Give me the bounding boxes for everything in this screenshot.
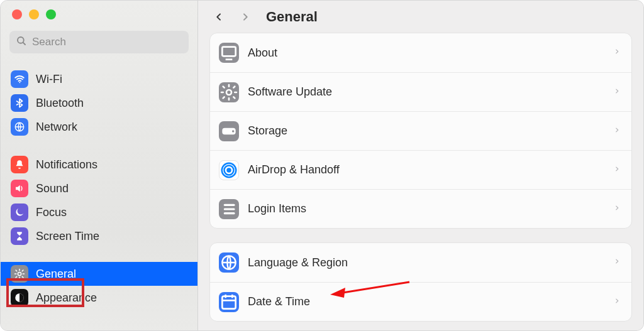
row-label: Storage (248, 124, 605, 138)
sidebar-item-label: Notifications (36, 158, 97, 171)
sidebar-item-general[interactable]: General (1, 262, 197, 286)
sidebar-group-system: General Appearance (1, 258, 197, 310)
row-software-update[interactable]: Software Update (210, 72, 631, 111)
settings-card-1: About Software Update Storage (209, 33, 632, 229)
svg-rect-18 (222, 296, 235, 308)
bluetooth-icon (11, 94, 28, 112)
sidebar-item-network[interactable]: Network (1, 115, 197, 139)
sidebar-item-label: Sound (36, 182, 69, 195)
globe-icon (219, 252, 239, 273)
chevron-right-icon (614, 86, 620, 99)
sidebar: Wi-Fi Bluetooth Network (1, 1, 198, 330)
search-field[interactable] (9, 31, 189, 53)
bell-icon (11, 156, 28, 173)
sidebar-item-label: General (36, 268, 76, 281)
speaker-icon (11, 180, 28, 197)
settings-card-2: Language & Region Date & Time (209, 242, 632, 322)
sidebar-group-network: Wi-Fi Bluetooth Network (1, 63, 197, 149)
hourglass-icon (11, 227, 28, 245)
forward-button[interactable] (236, 4, 255, 30)
chevron-right-icon (614, 296, 620, 308)
search-icon (16, 35, 27, 49)
calendar-icon (219, 292, 239, 312)
row-about[interactable]: About (210, 33, 631, 72)
settings-window: Wi-Fi Bluetooth Network (0, 0, 644, 331)
disk-icon (219, 121, 239, 141)
svg-point-11 (226, 168, 231, 173)
page-title: General (266, 9, 318, 25)
row-label: Software Update (248, 85, 605, 99)
svg-point-4 (18, 272, 21, 275)
airdrop-icon (219, 160, 239, 180)
search-wrap (1, 19, 197, 60)
svg-point-2 (19, 82, 20, 83)
back-button[interactable] (209, 4, 228, 30)
row-label: Login Items (248, 202, 605, 215)
main-panel: General About Software Update (198, 1, 643, 330)
sidebar-item-appearance[interactable]: Appearance (1, 286, 197, 310)
chevron-right-icon (614, 164, 620, 176)
svg-point-10 (232, 130, 234, 132)
contrast-icon (11, 289, 28, 307)
svg-point-8 (226, 90, 231, 95)
sidebar-item-sound[interactable]: Sound (1, 176, 197, 200)
sidebar-list: Wi-Fi Bluetooth Network (1, 60, 197, 310)
row-label: Language & Region (248, 256, 605, 269)
wifi-icon (11, 70, 28, 88)
chevron-right-icon (614, 46, 620, 59)
svg-line-1 (23, 42, 25, 45)
minimize-button[interactable] (29, 9, 39, 19)
moon-icon (11, 203, 28, 221)
row-airdrop-handoff[interactable]: AirDrop & Handoff (210, 150, 631, 189)
list-icon (219, 199, 239, 219)
sidebar-item-label: Appearance (36, 291, 97, 305)
row-label: AirDrop & Handoff (248, 163, 605, 176)
sidebar-group-attention: Notifications Sound Focus (1, 149, 197, 258)
sidebar-item-bluetooth[interactable]: Bluetooth (1, 91, 197, 115)
sidebar-item-label: Focus (36, 206, 67, 219)
chevron-right-icon (614, 203, 620, 215)
svg-rect-6 (222, 47, 235, 57)
main-header: General (198, 1, 643, 33)
zoom-button[interactable] (46, 9, 56, 19)
globe-icon (11, 118, 28, 136)
sidebar-item-label: Wi-Fi (36, 73, 62, 86)
row-language-region[interactable]: Language & Region (210, 243, 631, 282)
display-icon (219, 43, 239, 63)
row-storage[interactable]: Storage (210, 111, 631, 150)
search-input[interactable] (32, 36, 182, 48)
row-login-items[interactable]: Login Items (210, 189, 631, 228)
content-area: About Software Update Storage (198, 33, 643, 330)
gear-icon (219, 82, 239, 102)
chevron-right-icon (614, 256, 620, 269)
row-label: About (248, 46, 605, 60)
sidebar-item-focus[interactable]: Focus (1, 200, 197, 224)
sidebar-item-label: Bluetooth (36, 97, 84, 110)
sidebar-item-label: Network (36, 121, 77, 134)
sidebar-item-screentime[interactable]: Screen Time (1, 224, 197, 248)
sidebar-item-wifi[interactable]: Wi-Fi (1, 67, 197, 91)
window-controls (1, 1, 197, 19)
chevron-right-icon (614, 125, 620, 138)
sidebar-item-notifications[interactable]: Notifications (1, 153, 197, 176)
close-button[interactable] (12, 9, 22, 19)
sidebar-item-label: Screen Time (36, 230, 99, 243)
gear-icon (11, 265, 28, 283)
row-label: Date & Time (248, 295, 605, 308)
row-date-time[interactable]: Date & Time (210, 282, 631, 321)
